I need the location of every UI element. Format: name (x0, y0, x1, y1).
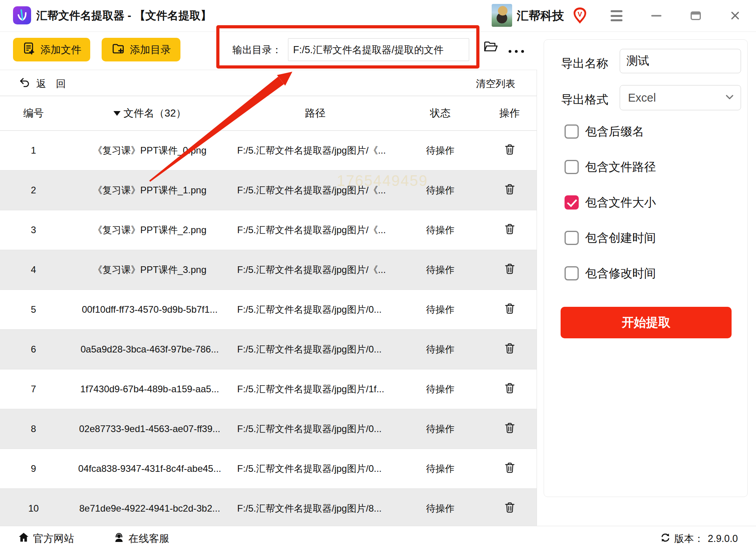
browse-folder-icon[interactable] (483, 40, 498, 55)
headset-person-icon (113, 532, 124, 545)
cell-status: 待操作 (398, 144, 483, 157)
back-button[interactable]: 返 回 (19, 73, 66, 94)
cell-filename: 1f7430d9-67b4-489b-a159-aa5... (67, 384, 232, 395)
back-icon (19, 77, 30, 90)
header-path: 路径 (232, 106, 398, 120)
export-option: 包含后缀名 (565, 124, 656, 139)
trash-icon[interactable] (503, 223, 516, 235)
table-row: 71f7430d9-67b4-489b-a159-aa5...F:/5.汇帮文件… (0, 369, 537, 409)
brand-name: 汇帮科技 (517, 0, 564, 32)
trash-icon[interactable] (503, 342, 516, 354)
ellipsis-icon (509, 50, 511, 53)
checkbox-label: 包含文件大小 (585, 195, 656, 211)
trash-icon[interactable] (503, 382, 516, 394)
cell-filename: 《复习课》PPT课件_1.png (67, 184, 232, 197)
cell-status: 待操作 (398, 502, 483, 515)
checkbox[interactable] (565, 160, 579, 174)
add-directory-label: 添加目录 (130, 43, 171, 57)
panel-divider (537, 70, 537, 526)
start-extract-button[interactable]: 开始提取 (561, 307, 732, 338)
cell-status: 待操作 (398, 303, 483, 316)
cell-path: F:/5.汇帮文件名提取器/jpg图片/0... (232, 303, 398, 316)
verified-badge-icon: V (572, 7, 588, 25)
maximize-button[interactable] (689, 9, 703, 23)
export-name-input[interactable] (620, 49, 741, 73)
table-row: 802e87733-9ed1-4563-ae07-ff39...F:/5.汇帮文… (0, 409, 537, 449)
cell-path: F:/5.汇帮文件名提取器/jpg图片/0... (232, 462, 398, 475)
trash-icon[interactable] (503, 262, 516, 275)
add-directory-icon (111, 42, 125, 58)
online-support-label: 在线客服 (128, 532, 169, 545)
cell-index: 9 (0, 463, 67, 474)
export-option: 包含文件大小 (565, 195, 656, 210)
cell-status: 待操作 (398, 343, 483, 356)
export-option: 包含修改时间 (565, 266, 656, 280)
cell-filename: 《复习课》PPT课件_3.png (67, 263, 232, 276)
trash-icon[interactable] (503, 302, 516, 315)
add-directory-button[interactable]: 添加目录 (102, 38, 180, 61)
version-info: 版本： 2.9.0.0 (660, 526, 738, 551)
cell-index: 8 (0, 423, 67, 434)
minimize-button[interactable] (649, 9, 663, 23)
checkbox[interactable] (565, 124, 579, 139)
cell-filename: 0a5a9d28-3bca-463f-97be-786... (67, 344, 232, 355)
menu-icon (611, 10, 622, 12)
app-window: 汇帮文件名提取器 - 【文件名提取】 汇帮科技 V (0, 0, 756, 551)
header-filename[interactable]: 文件名（32） (67, 106, 232, 120)
online-support-link[interactable]: 在线客服 (113, 526, 169, 551)
menu-button[interactable] (611, 9, 625, 22)
add-file-label: 添加文件 (41, 43, 82, 57)
checkbox-label: 包含修改时间 (585, 265, 656, 282)
checkbox-label: 包含文件路径 (585, 159, 656, 175)
more-options-button[interactable] (505, 44, 527, 58)
close-button[interactable] (728, 9, 742, 23)
app-logo-icon (13, 6, 31, 24)
table-row: 500f10dff-ff73-4570-9d9b-5b7f1...F:/5.汇帮… (0, 290, 537, 330)
cell-filename: 04fca838-9347-431f-8c4f-abe45... (67, 463, 232, 474)
cell-status: 待操作 (398, 263, 483, 276)
checkbox[interactable] (565, 266, 579, 280)
checkbox[interactable] (565, 231, 579, 245)
export-option: 包含文件路径 (565, 160, 656, 174)
official-website-link[interactable]: 官方网站 (18, 526, 74, 551)
title-bar: 汇帮文件名提取器 - 【文件名提取】 汇帮科技 V (0, 0, 756, 32)
export-format-value: Excel (628, 91, 656, 104)
cell-index: 10 (0, 503, 67, 514)
output-dir-input[interactable] (288, 38, 469, 61)
update-refresh-icon[interactable] (660, 532, 671, 545)
table-row: 108e71de9e-4922-4941-bc2d-3b2...F:/5.汇帮文… (0, 489, 537, 529)
cell-status: 待操作 (398, 462, 483, 475)
svg-text:V: V (578, 11, 582, 18)
chevron-down-icon (726, 94, 734, 101)
header-status: 状态 (398, 106, 483, 120)
maximize-icon (691, 11, 701, 20)
export-format-label: 导出格式 (561, 92, 608, 108)
cell-index: 2 (0, 185, 67, 196)
add-file-icon (22, 42, 35, 58)
trash-icon[interactable] (503, 421, 516, 434)
cell-index: 3 (0, 224, 67, 236)
export-format-select[interactable]: Excel (620, 85, 741, 110)
add-file-button[interactable]: 添加文件 (13, 38, 90, 61)
cell-status: 待操作 (398, 423, 483, 435)
cell-path: F:/5.汇帮文件名提取器/jpg图片/《... (232, 184, 398, 197)
trash-icon[interactable] (503, 501, 516, 514)
clear-list-button[interactable]: 清空列表 (476, 73, 515, 94)
cell-path: F:/5.汇帮文件名提取器/jpg图片/《... (232, 224, 398, 236)
cell-index: 7 (0, 384, 67, 395)
cell-path: F:/5.汇帮文件名提取器/jpg图片/0... (232, 423, 398, 435)
table-row: 1《复习课》PPT课件_0.pngF:/5.汇帮文件名提取器/jpg图片/《..… (0, 131, 537, 171)
trash-icon[interactable] (503, 143, 516, 156)
cell-index: 5 (0, 304, 67, 315)
cell-path: F:/5.汇帮文件名提取器/jpg图片/《... (232, 263, 398, 276)
version-label: 版本： (674, 532, 704, 545)
export-option: 包含创建时间 (565, 231, 656, 245)
table-row: 2《复习课》PPT课件_1.pngF:/5.汇帮文件名提取器/jpg图片/《..… (0, 171, 537, 210)
trash-icon[interactable] (503, 183, 516, 195)
trash-icon[interactable] (503, 461, 516, 474)
window-title: 汇帮文件名提取器 - 【文件名提取】 (36, 0, 212, 32)
cell-filename: 8e71de9e-4922-4941-bc2d-3b2... (67, 503, 232, 514)
home-icon (18, 532, 29, 545)
checkbox[interactable] (565, 195, 579, 210)
cell-filename: 02e87733-9ed1-4563-ae07-ff39... (67, 423, 232, 434)
